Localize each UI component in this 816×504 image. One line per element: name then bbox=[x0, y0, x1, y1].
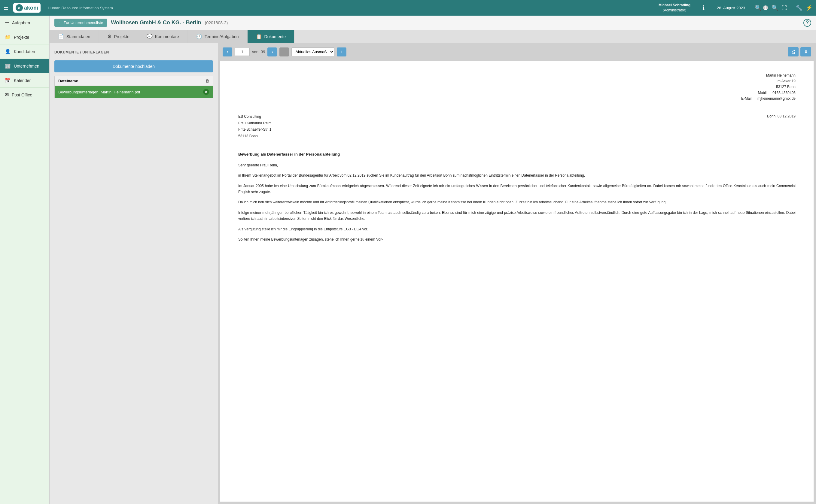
delete-all-icon[interactable]: 🗑 bbox=[205, 79, 209, 83]
hamburger-menu[interactable]: ☰ bbox=[4, 5, 8, 11]
user-name: Michael Schrading bbox=[659, 3, 690, 8]
filename-cell: Bewerbungsunterlagen_Martin_Heinemann.pd… bbox=[58, 90, 140, 94]
file-row[interactable]: Bewerbungsunterlagen_Martin_Heinemann.pd… bbox=[55, 86, 213, 98]
recipient-company: ES Consulting bbox=[238, 114, 272, 120]
sidebar-label-kalender: Kalender bbox=[14, 78, 31, 83]
paragraph-3: Da ich mich beruflich weiterentwickeln m… bbox=[238, 199, 796, 205]
user-info: Michael Schrading (Administrator) bbox=[659, 3, 690, 13]
zoom-in-icon[interactable]: 🔍 bbox=[755, 5, 761, 11]
tab-termine[interactable]: 🕐 Termine/Aufgaben bbox=[188, 30, 248, 43]
dokumente-icon: 📋 bbox=[256, 34, 262, 39]
page-separator: von bbox=[252, 50, 258, 54]
letter-date: Bonn, 03.12.2019 bbox=[767, 114, 796, 138]
stammdaten-icon: 📄 bbox=[58, 34, 64, 39]
download-button[interactable]: ⬇ bbox=[800, 47, 811, 56]
sender-city: 53127 Bonn bbox=[238, 84, 796, 90]
zoom-badge: 1 bbox=[763, 5, 768, 10]
zoom-out-icon[interactable]: 🔍 bbox=[772, 5, 778, 11]
logo-box: a akoni bbox=[13, 3, 41, 13]
date-display: 28. August 2023 bbox=[717, 6, 745, 10]
prev-page-button[interactable]: ‹ bbox=[223, 47, 232, 56]
sidebar-item-post-office[interactable]: ✉ Post Office bbox=[0, 88, 49, 102]
wrench-icon[interactable]: 🔧 bbox=[796, 5, 802, 11]
zoom-select[interactable]: Aktuelles Ausmaß 50% 75% 100% 125% 150% bbox=[291, 47, 334, 56]
user-role: (Administrator) bbox=[659, 8, 690, 13]
fullscreen-icon[interactable]: ⛶ bbox=[782, 5, 787, 11]
main-content: DOKUMENTE / UNTERLAGEN Dokumente hochlad… bbox=[50, 43, 816, 504]
paragraph-2: Im Januar 2005 habe ich eine Umschulung … bbox=[238, 183, 796, 195]
logo-text: akoni bbox=[24, 5, 38, 11]
post-office-icon: ✉ bbox=[5, 92, 9, 98]
sender-street: Im Acker 19 bbox=[238, 78, 796, 84]
phone-label: Mobil: bbox=[758, 91, 768, 95]
tab-dokumente[interactable]: 📋 Dokumente bbox=[248, 30, 295, 43]
viewer-toolbar: ‹ von 39 › − Aktuelles Ausmaß 50% 75% 10… bbox=[220, 45, 814, 58]
paragraph-5: Als Vergütung stelle ich mir die Eingrup… bbox=[238, 226, 796, 232]
tabs: 📄 Stammdaten ⚙ Projekte 💬 Kommentare 🕐 T… bbox=[50, 30, 816, 43]
zoom-out-doc-button[interactable]: − bbox=[279, 47, 289, 56]
projekte-icon: 📁 bbox=[5, 34, 11, 40]
sender-name: Martin Heinemann bbox=[238, 73, 796, 78]
nav-icons: 🔍1 🔍 ⛶ 🔧 ⚡ bbox=[755, 5, 812, 11]
tab-label-dokumente: Dokumente bbox=[264, 34, 286, 39]
doc-address-block: ES Consulting Frau Katharina Reim Fritz-… bbox=[238, 114, 796, 145]
unternehmen-icon: 🏢 bbox=[5, 63, 11, 69]
sender-phone: Mobil: 0163 4369406 bbox=[238, 90, 796, 96]
sidebar-label-post-office: Post Office bbox=[12, 93, 32, 97]
top-navbar: ☰ a akoni Human Resource Information Sys… bbox=[0, 0, 816, 16]
doc-sender-block: Martin Heinemann Im Acker 19 53127 Bonn … bbox=[238, 73, 796, 102]
tab-label-stammdaten: Stammdaten bbox=[66, 34, 90, 39]
email-label: E-Mail: bbox=[741, 96, 752, 101]
phone-value: 0163 4369406 bbox=[772, 91, 796, 95]
tab-stammdaten[interactable]: 📄 Stammdaten bbox=[50, 30, 99, 43]
viewer-content: Martin Heinemann Im Acker 19 53127 Bonn … bbox=[220, 61, 814, 502]
kalender-icon: 📅 bbox=[5, 77, 11, 83]
main-layout: ☰ Aufgaben 📁 Projekte 👤 Kandidaten 🏢 Unt… bbox=[0, 16, 816, 504]
sidebar-label-unternehmen: Unternehmen bbox=[14, 64, 39, 68]
logo-icon: a bbox=[16, 4, 23, 11]
tab-label-kommentare: Kommentare bbox=[155, 34, 179, 39]
termine-icon: 🕐 bbox=[196, 34, 202, 39]
sidebar-label-kandidaten: Kandidaten bbox=[14, 49, 35, 54]
sidebar: ☰ Aufgaben 📁 Projekte 👤 Kandidaten 🏢 Unt… bbox=[0, 16, 50, 504]
kommentare-icon: 💬 bbox=[147, 34, 153, 39]
page-total: 39 bbox=[261, 50, 265, 54]
recipient-street: Fritz-Schaeffer-Str. 1 bbox=[238, 126, 272, 133]
company-id: (0201808-2) bbox=[205, 20, 228, 25]
back-button[interactable]: ← Zur Unternehmensliste bbox=[54, 19, 107, 27]
kandidaten-icon: 👤 bbox=[5, 49, 11, 54]
sidebar-item-kandidaten[interactable]: 👤 Kandidaten bbox=[0, 44, 49, 59]
zoom-in-doc-button[interactable]: + bbox=[337, 47, 346, 56]
letter-subject: Bewerbung als Datenerfasser in der Perso… bbox=[238, 151, 796, 158]
power-icon[interactable]: ⚡ bbox=[806, 5, 812, 11]
company-title: Wollhosen GmbH & Co KG. - Berlin bbox=[111, 20, 201, 26]
content-header: ← Zur Unternehmensliste Wollhosen GmbH &… bbox=[50, 16, 816, 30]
content-area: ← Zur Unternehmensliste Wollhosen GmbH &… bbox=[50, 16, 816, 504]
sidebar-label-projekte: Projekte bbox=[14, 35, 29, 40]
next-page-button[interactable]: › bbox=[267, 47, 277, 56]
sidebar-item-aufgaben[interactable]: ☰ Aufgaben bbox=[0, 16, 49, 30]
help-button[interactable]: ? bbox=[803, 19, 811, 27]
recipient-name: Frau Katharina Reim bbox=[238, 120, 272, 127]
paragraph-4: Infolge meiner mehrjährigen beruflichen … bbox=[238, 210, 796, 222]
print-button[interactable]: 🖨 bbox=[788, 47, 799, 56]
paragraph-6: Sollten Ihnen meine Bewerbungsunterlagen… bbox=[238, 236, 796, 242]
aufgaben-icon: ☰ bbox=[5, 20, 9, 26]
app-subtitle: Human Resource Information System bbox=[48, 6, 113, 10]
file-table-header: Dateiname 🗑 bbox=[55, 76, 213, 86]
tab-projekte[interactable]: ⚙ Projekte bbox=[99, 30, 138, 43]
tab-kommentare[interactable]: 💬 Kommentare bbox=[138, 30, 188, 43]
upload-button[interactable]: Dokumente hochladen bbox=[54, 60, 213, 72]
tab-label-projekte: Projekte bbox=[114, 34, 129, 39]
page-input[interactable] bbox=[235, 48, 250, 56]
remove-file-button[interactable]: ✕ bbox=[203, 89, 209, 95]
sidebar-item-projekte[interactable]: 📁 Projekte bbox=[0, 30, 49, 44]
sidebar-item-kalender[interactable]: 📅 Kalender bbox=[0, 73, 49, 88]
recipient-city: 53113 Bonn bbox=[238, 133, 272, 140]
file-table: Dateiname 🗑 Bewerbungsunterlagen_Martin_… bbox=[54, 76, 213, 98]
left-panel: DOKUMENTE / UNTERLAGEN Dokumente hochlad… bbox=[50, 43, 218, 504]
tab-label-termine: Termine/Aufgaben bbox=[205, 34, 239, 39]
sender-email: E-Mail: mjheinemann@gmtx.de bbox=[238, 96, 796, 102]
info-icon[interactable]: ℹ bbox=[702, 4, 705, 11]
sidebar-item-unternehmen[interactable]: 🏢 Unternehmen bbox=[0, 59, 49, 73]
